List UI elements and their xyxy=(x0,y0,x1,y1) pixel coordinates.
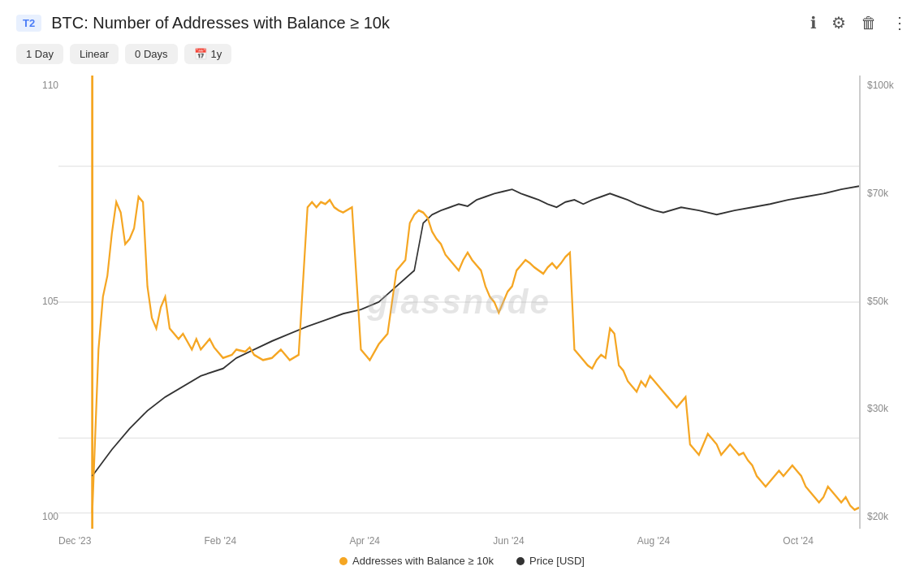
chart-container: T2 BTC: Number of Addresses with Balance… xyxy=(0,0,924,575)
legend-label-price: Price [USD] xyxy=(529,555,585,567)
info-icon[interactable]: ℹ xyxy=(810,13,817,32)
header: T2 BTC: Number of Addresses with Balance… xyxy=(16,13,908,32)
legend: Addresses with Balance ≥ 10k Price [USD] xyxy=(16,555,908,567)
legend-dot-price xyxy=(516,557,525,565)
scale-button[interactable]: Linear xyxy=(70,44,119,64)
header-left: T2 BTC: Number of Addresses with Balance… xyxy=(16,14,390,32)
chart-inner: glassnode xyxy=(58,76,861,529)
range-button[interactable]: 📅 1y xyxy=(184,44,232,64)
offset-button[interactable]: 0 Days xyxy=(125,44,177,64)
header-icons: ℹ ⚙ 🗑 ⋮ xyxy=(810,13,908,32)
range-label: 1y xyxy=(211,48,222,60)
y-axis-right: $100k $70k $50k $30k $20k xyxy=(861,76,908,547)
chart-svg xyxy=(58,76,859,529)
x-axis: Dec '23 Feb '24 Apr '24 Jun '24 Aug '24 … xyxy=(58,535,814,547)
toolbar: 1 Day Linear 0 Days 📅 1y xyxy=(16,44,908,64)
chart-area: 110 105 100 xyxy=(16,76,908,547)
settings-icon[interactable]: ⚙ xyxy=(831,13,846,32)
legend-dot-addresses xyxy=(339,557,348,565)
more-icon[interactable]: ⋮ xyxy=(892,13,908,32)
y-axis-left: 110 105 100 xyxy=(16,76,58,547)
trash-icon[interactable]: 🗑 xyxy=(861,14,877,32)
legend-label-addresses: Addresses with Balance ≥ 10k xyxy=(352,555,494,567)
t2-badge: T2 xyxy=(16,15,41,32)
chart-title: BTC: Number of Addresses with Balance ≥ … xyxy=(51,14,390,32)
legend-item-addresses: Addresses with Balance ≥ 10k xyxy=(339,555,494,567)
legend-item-price: Price [USD] xyxy=(516,555,585,567)
interval-button[interactable]: 1 Day xyxy=(16,44,63,64)
calendar-icon: 📅 xyxy=(194,48,207,60)
